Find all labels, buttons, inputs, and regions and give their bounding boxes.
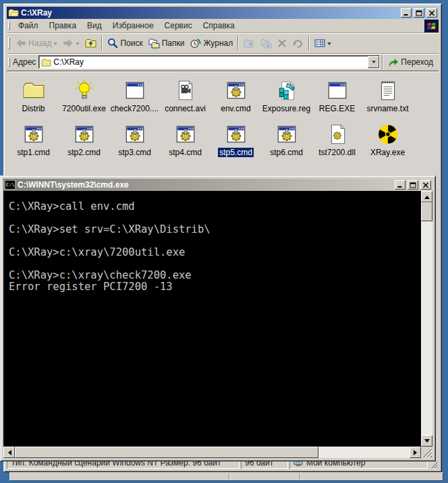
file-item[interactable]: srvname.txt [362, 79, 413, 113]
file-item[interactable]: stp1.cmd [8, 123, 59, 157]
file-label: REG.EXE [318, 104, 356, 113]
cmd-window: C:\ C:\WINNT\system32\cmd.exe C:\XRay>ca… [0, 175, 436, 461]
go-arrow-icon [388, 57, 399, 67]
window-title: C:\XRay [21, 8, 399, 18]
file-item[interactable]: XRay.exe [362, 123, 413, 157]
delete-button[interactable] [275, 37, 289, 49]
file-grid: Distrib 7200util.exe check7200.... conne… [7, 72, 439, 157]
delete-x-icon [277, 38, 287, 48]
file-item[interactable]: stp3.cmd [109, 123, 160, 157]
menu-tools[interactable]: Сервис [159, 20, 198, 32]
cmd-icon [275, 123, 298, 146]
file-item[interactable]: connect.avi [160, 79, 211, 113]
cmd-close-button[interactable] [420, 180, 431, 190]
strip-divider [300, 474, 301, 480]
toolbar-grip[interactable] [8, 37, 10, 50]
back-label: Назад [28, 38, 51, 48]
scroll-up-button[interactable] [421, 191, 432, 202]
horizontal-scrollbar[interactable] [3, 447, 421, 458]
file-item[interactable]: Distrib [8, 79, 59, 113]
app-icon [326, 79, 349, 102]
file-item[interactable]: REG.EXE [312, 79, 362, 113]
file-item[interactable]: stp6.cmd [261, 123, 312, 157]
addressbar-separator [382, 55, 383, 69]
bulb-icon [73, 79, 96, 102]
file-label: env.cmd [219, 104, 252, 113]
cmd-maximize-button[interactable] [408, 180, 418, 190]
vertical-scrollbar[interactable] [421, 191, 432, 447]
history-button[interactable]: Журнал [187, 36, 235, 50]
go-label: Переход [401, 57, 433, 67]
file-label: Exposure.reg [261, 104, 312, 113]
address-label: Адрес [13, 57, 36, 67]
strip-divider [229, 474, 230, 480]
file-item[interactable]: Exposure.reg [261, 79, 312, 113]
menu-help[interactable]: Справка [198, 20, 240, 32]
folders-button[interactable]: Папки [146, 37, 188, 50]
undo-button[interactable] [289, 37, 306, 49]
up-button[interactable] [82, 37, 99, 50]
file-item[interactable]: tst7200.dll [312, 123, 362, 157]
menu-edit[interactable]: Правка [44, 20, 82, 32]
views-grid-icon [314, 38, 325, 49]
minimize-button[interactable] [401, 8, 412, 18]
vertical-scroll-thumb[interactable] [421, 202, 432, 221]
file-item[interactable]: stp4.cmd [160, 123, 211, 157]
file-label: stp4.cmd [167, 148, 203, 157]
folders-icon [148, 38, 160, 49]
cmd-titlebar[interactable]: C:\ C:\WINNT\system32\cmd.exe [3, 179, 432, 191]
file-item[interactable]: env.cmd [211, 79, 261, 113]
forward-arrow-icon [63, 38, 74, 48]
horizontal-scroll-thumb[interactable] [15, 447, 318, 458]
scroll-right-button[interactable] [410, 447, 421, 458]
toolbar: Назад Поиск [7, 33, 439, 54]
views-dropdown-caret[interactable] [327, 42, 331, 47]
maximize-button[interactable] [414, 8, 424, 18]
file-label: Distrib [20, 104, 46, 113]
back-button[interactable]: Назад [13, 37, 60, 49]
dll-icon [326, 123, 349, 146]
folder-icon [22, 79, 45, 102]
back-dropdown-caret[interactable] [53, 42, 57, 47]
move-to-button[interactable] [241, 37, 258, 50]
search-button[interactable]: Поиск [105, 36, 145, 50]
console-output[interactable]: C:\XRay>call env.cmd C:\XRay>set srv=C:\… [3, 191, 421, 447]
scroll-down-button[interactable] [421, 435, 432, 447]
go-button[interactable]: Переход [385, 56, 436, 69]
address-dropdown-button[interactable] [368, 56, 379, 68]
menubar-grip[interactable] [8, 22, 10, 30]
menu-favorites[interactable]: Избранное [107, 20, 159, 32]
scroll-left-button[interactable] [3, 447, 15, 458]
reg-icon [275, 79, 298, 102]
file-label: 7200util.exe [61, 104, 107, 113]
file-item[interactable]: check7200.... [109, 79, 160, 113]
close-button[interactable] [426, 8, 437, 18]
radiation-icon [376, 123, 399, 146]
explorer-titlebar[interactable]: C:\XRay [7, 7, 439, 19]
file-item[interactable]: 7200util.exe [59, 79, 109, 113]
address-combo[interactable]: C:\XRay [38, 55, 380, 69]
addressbar-grip[interactable] [8, 57, 10, 67]
copy-to-button[interactable] [258, 37, 275, 50]
back-arrow-icon [16, 38, 26, 48]
views-button[interactable] [312, 36, 334, 50]
cmd-icon [225, 79, 248, 102]
file-item[interactable]: stp5.cmd [211, 123, 261, 157]
file-label: stp6.cmd [269, 148, 304, 157]
cmd-icon [174, 123, 197, 146]
file-label: check7200.... [109, 104, 160, 113]
forward-dropdown-caret[interactable] [76, 42, 80, 47]
file-item[interactable]: stp2.cmd [59, 123, 109, 157]
toolbar-separator [101, 36, 103, 51]
cmd-resize-grip[interactable] [421, 447, 432, 458]
app-icon [123, 79, 146, 102]
history-label: Журнал [203, 38, 233, 48]
file-label: stp3.cmd [117, 148, 152, 157]
folders-label: Папки [162, 38, 185, 48]
file-label: srvname.txt [365, 104, 410, 113]
cmd-minimize-button[interactable] [395, 180, 405, 190]
up-folder-icon [85, 38, 96, 49]
forward-button[interactable] [60, 37, 82, 49]
menu-view[interactable]: Вид [82, 20, 107, 32]
menu-file[interactable]: Файл [13, 20, 44, 32]
